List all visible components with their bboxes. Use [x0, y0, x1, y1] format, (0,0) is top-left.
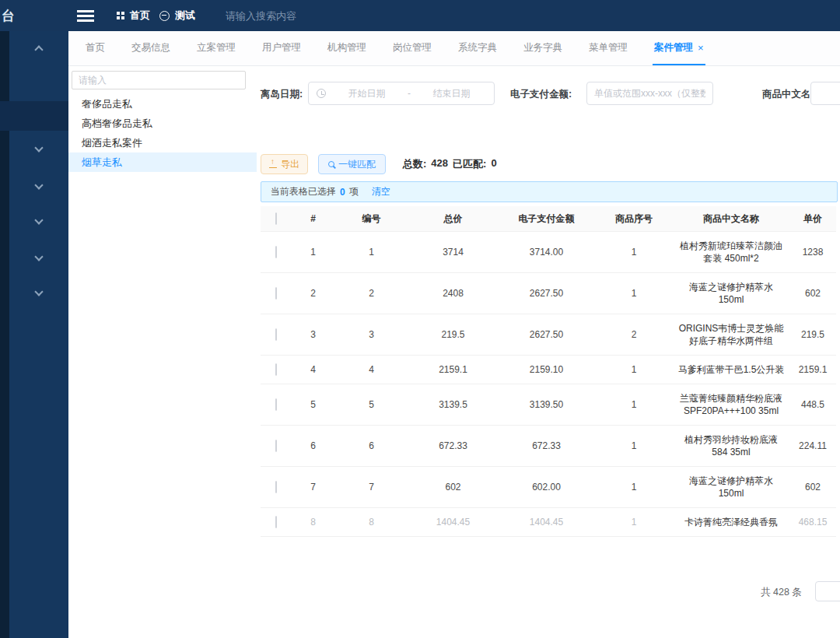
matched-value: 0: [491, 157, 496, 171]
tab-首页[interactable]: 首页: [84, 31, 107, 65]
date-range-picker[interactable]: 开始日期 - 结束日期: [308, 82, 495, 105]
column-header-编号: 编号: [334, 206, 408, 232]
row-checkbox[interactable]: [275, 287, 277, 300]
table-row: 881404.451404.451卡诗菁纯亮泽经典香氛468.15: [261, 508, 836, 537]
table-row: 33219.52627.502ORIGINS韦博士灵芝焕能好底子精华水两件组21…: [261, 314, 836, 356]
cell-total: 219.5: [408, 314, 498, 356]
payment-filter-label: 电子支付金额:: [510, 88, 572, 101]
tree-item-奢侈品走私[interactable]: 奢侈品走私: [68, 94, 257, 114]
product-name-filter-input[interactable]: [810, 82, 840, 105]
row-checkbox[interactable]: [275, 440, 277, 452]
topnav-test[interactable]: 测试: [159, 0, 195, 31]
row-checkbox[interactable]: [275, 246, 277, 258]
selection-suffix: 项: [349, 185, 359, 198]
cell-payment: 3139.50: [498, 384, 595, 426]
table-body: 1137143714.001植村秀新琥珀臻萃洁颜油套装 450ml*212382…: [261, 232, 836, 537]
page-size-select[interactable]: [815, 581, 840, 601]
chevron-down-icon[interactable]: [34, 143, 43, 152]
tab-机构管理[interactable]: 机构管理: [326, 31, 368, 65]
tab-系统字典[interactable]: 系统字典: [457, 31, 499, 65]
cell-unit: 468.15: [789, 508, 836, 537]
match-button-label: 一键匹配: [338, 158, 376, 171]
tab-label: 立案管理: [197, 41, 236, 54]
column-header-#: #: [292, 206, 334, 232]
cell-unit: 602: [789, 273, 836, 314]
sidebar-selected-item[interactable]: [0, 101, 68, 131]
chevron-down-icon[interactable]: [34, 216, 43, 224]
tree-item-高档奢侈品走私[interactable]: 高档奢侈品走私: [68, 114, 257, 133]
table-row: 442159.12159.101马爹利蓝带干邑1.5公升装2159.1: [261, 356, 836, 384]
tree-item-烟酒走私案件[interactable]: 烟酒走私案件: [68, 133, 257, 152]
cell-num: 5: [292, 384, 334, 426]
row-checkbox[interactable]: [275, 398, 277, 411]
tab-label: 业务字典: [523, 41, 562, 54]
cell-unit: 1238: [789, 232, 836, 273]
cell-num: 8: [292, 508, 334, 537]
select-all-checkbox[interactable]: [275, 212, 277, 225]
cell-name: 植村秀羽纱持妆粉底液 584 35ml: [673, 426, 789, 467]
table-toolbar: 导出 一键匹配 总数: 428 已匹配: 0: [257, 153, 840, 175]
results-table: #编号总价电子支付金额商品序号商品中文名称单价 1137143714.001植村…: [261, 206, 836, 537]
cell-payment: 2159.10: [498, 356, 595, 384]
tree-item-烟草走私[interactable]: 烟草走私: [68, 152, 257, 172]
app-logo: 台: [2, 7, 15, 25]
cell-payment: 672.33: [498, 426, 595, 467]
total-label: 总数:: [403, 157, 426, 171]
column-header-商品中文名称: 商品中文名称: [673, 206, 789, 232]
tab-用户管理[interactable]: 用户管理: [261, 31, 303, 65]
hamburger-icon[interactable]: [77, 10, 94, 12]
tab-label: 首页: [86, 41, 105, 54]
cell-seq: 1: [595, 467, 673, 508]
tab-岗位管理[interactable]: 岗位管理: [391, 31, 433, 65]
row-checkbox-cell: [261, 467, 292, 508]
cell-unit: 2159.1: [789, 356, 836, 384]
tab-交易信息[interactable]: 交易信息: [130, 31, 172, 65]
tree-search-input[interactable]: [72, 71, 246, 89]
cell-name: 海蓝之谜修护精萃水 150ml: [673, 467, 789, 508]
cell-code: 2: [334, 273, 408, 314]
column-header-单价: 单价: [789, 206, 836, 232]
row-checkbox[interactable]: [275, 363, 277, 376]
cell-total: 3139.5: [408, 384, 498, 426]
cell-payment: 1404.45: [498, 508, 595, 537]
clock-icon: [317, 89, 326, 98]
row-checkbox-cell: [261, 232, 292, 273]
cell-seq: 1: [595, 426, 673, 467]
table-row: 1137143714.001植村秀新琥珀臻萃洁颜油套装 450ml*21238: [261, 232, 836, 273]
content-area: 首页交易信息立案管理用户管理机构管理岗位管理系统字典业务字典菜单管理案件管理× …: [68, 31, 840, 638]
global-search-input[interactable]: [226, 10, 397, 22]
one-click-match-button[interactable]: 一键匹配: [318, 154, 386, 174]
chevron-down-icon[interactable]: [34, 252, 43, 261]
payment-filter-input[interactable]: [586, 82, 713, 105]
tab-label: 系统字典: [458, 41, 497, 54]
tab-菜单管理[interactable]: 菜单管理: [587, 31, 629, 65]
row-checkbox[interactable]: [275, 516, 277, 528]
row-checkbox-cell: [261, 508, 292, 537]
tab-label: 用户管理: [262, 41, 301, 54]
close-icon[interactable]: ×: [698, 42, 704, 54]
row-checkbox[interactable]: [275, 481, 277, 493]
clear-selection-link[interactable]: 清空: [372, 185, 390, 198]
tab-label: 机构管理: [327, 41, 366, 54]
row-checkbox[interactable]: [275, 328, 277, 341]
matched-label: 已匹配:: [453, 157, 486, 171]
case-type-panel: 奢侈品走私高档奢侈品走私烟酒走私案件烟草走私: [68, 66, 257, 638]
chevron-down-icon[interactable]: [34, 181, 43, 189]
cell-payment: 2627.50: [498, 314, 595, 356]
tab-立案管理[interactable]: 立案管理: [195, 31, 237, 65]
topnav-home[interactable]: 首页: [117, 0, 150, 31]
export-button[interactable]: 导出: [261, 154, 308, 174]
filter-row: 离岛日期: 开始日期 - 结束日期 电子支付金额: 商品中文名称:: [257, 82, 840, 107]
tab-业务字典[interactable]: 业务字典: [522, 31, 564, 65]
search-icon: [328, 161, 334, 167]
selection-alert-bar: 当前表格已选择 0 项 清空: [261, 181, 838, 202]
top-navbar: 台 首页 测试: [0, 0, 840, 31]
chevron-down-icon[interactable]: [34, 287, 43, 296]
cell-code: 6: [334, 426, 408, 467]
chevron-up-icon[interactable]: [34, 45, 43, 54]
tab-案件管理[interactable]: 案件管理×: [653, 31, 705, 65]
table-row: 66672.33672.331植村秀羽纱持妆粉底液 584 35ml224.11: [261, 426, 836, 467]
cell-payment: 602.00: [498, 467, 595, 508]
grid-icon: [117, 12, 124, 19]
table-row: 2224082627.501海蓝之谜修护精萃水 150ml602: [261, 273, 836, 314]
